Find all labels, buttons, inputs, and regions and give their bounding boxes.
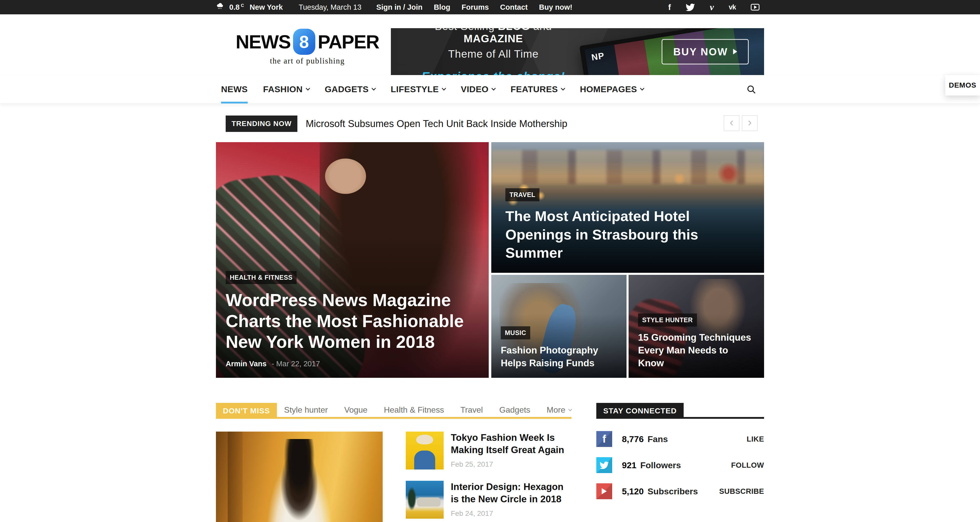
twitter-count: 921 (622, 460, 636, 470)
top-social-links: f v vk (668, 3, 764, 12)
chevron-down-icon (442, 86, 446, 91)
ad-screen-logo: NP (591, 51, 605, 62)
trending-now-label: TRENDING NOW (226, 116, 298, 132)
twitter-follow-button[interactable]: FOLLOW (731, 461, 764, 469)
dont-miss-article-list: Tokyo Fashion Week Is Making Itself Grea… (406, 431, 571, 522)
site-logo[interactable]: NEWS 8 PAPER the art of publishing (235, 29, 379, 65)
music-article-title[interactable]: Fashion Photography Helps Raising Funds (501, 344, 619, 369)
nav-item-fashion[interactable]: FASHION (263, 75, 309, 103)
chevron-down-icon (568, 407, 572, 411)
filter-more-dropdown[interactable]: More (547, 405, 571, 415)
article-thumbnail[interactable] (406, 431, 444, 469)
facebook-icon[interactable]: f (596, 431, 612, 447)
social-row-youtube: 5,120 Subscribers SUBSCRIBE (596, 483, 764, 499)
style-hunter-article-title[interactable]: 15 Grooming Techniques Every Man Needs t… (638, 331, 756, 369)
facebook-count: 8,776 (622, 434, 644, 444)
category-badge-style-hunter[interactable]: STYLE HUNTER (638, 314, 697, 326)
stay-connected-header: STAY CONNECTED (596, 403, 764, 419)
chevron-down-icon (640, 86, 644, 91)
chevron-left-icon: ‹ (730, 116, 733, 129)
style-hunter-article-card[interactable]: STYLE HUNTER 15 Grooming Techniques Ever… (628, 275, 764, 378)
top-menu: Sign in / Join Blog Forums Contact Buy n… (376, 3, 573, 11)
featured-article-card[interactable]: HEALTH & FITNESS WordPress News Magazine… (216, 142, 489, 378)
travel-article-title[interactable]: The Most Anticipated Hotel Openings in S… (505, 207, 751, 262)
twitter-icon[interactable] (596, 457, 612, 473)
dont-miss-header: DON'T MISS All Style hunter Vogue Health… (216, 403, 571, 419)
ad-copy: Best Selling BLOG and MAGAZINE Theme of … (411, 28, 575, 75)
nav-item-lifestyle[interactable]: LIFESTYLE (391, 75, 445, 103)
article-date: Feb 25, 2017 (451, 460, 571, 468)
demos-button[interactable]: DEMOS (945, 75, 980, 95)
logo-word-news: NEWS (235, 31, 291, 53)
weather-city: New York (250, 3, 283, 11)
top-menu-forums[interactable]: Forums (461, 3, 489, 11)
vimeo-icon[interactable]: v (710, 3, 714, 12)
main-navigation: NEWS FASHION GADGETS LIFESTYLE VIDEO FEA… (0, 75, 980, 104)
dont-miss-featured-article[interactable] (216, 431, 383, 522)
category-badge-health-fitness[interactable]: HEALTH & FITNESS (226, 271, 297, 284)
filter-vogue[interactable]: Vogue (344, 405, 368, 415)
chevron-down-icon (372, 86, 376, 91)
chevron-down-icon (561, 86, 565, 91)
trending-now-bar: TRENDING NOW Microsoft Subsumes Open Tec… (216, 116, 764, 132)
travel-article-card[interactable]: TRAVEL The Most Anticipated Hotel Openin… (491, 142, 764, 273)
filter-travel[interactable]: Travel (460, 405, 483, 415)
nav-item-gadgets[interactable]: GADGETS (325, 75, 375, 103)
top-bar: 0.8C New York Tuesday, March 13 Sign in … (0, 0, 980, 14)
featured-article-title[interactable]: WordPress News Magazine Charts the Most … (226, 290, 477, 352)
twitter-metric: Followers (640, 460, 681, 470)
facebook-metric: Fans (648, 434, 668, 444)
social-row-facebook: f 8,776 Fans LIKE (596, 431, 764, 447)
youtube-icon[interactable] (596, 483, 612, 499)
article-date: Feb 24, 2017 (451, 509, 571, 518)
current-date: Tuesday, March 13 (299, 3, 361, 11)
trending-next-button[interactable]: › (742, 115, 758, 131)
top-menu-blog[interactable]: Blog (434, 3, 450, 11)
dont-miss-filters: All Style hunter Vogue Health & Fitness … (259, 405, 571, 415)
music-article-card[interactable]: MUSIC Fashion Photography Helps Raising … (491, 275, 627, 378)
lower-section: DON'T MISS All Style hunter Vogue Health… (216, 403, 764, 522)
article-title-link[interactable]: Interior Design: Hexagon is the New Circ… (451, 481, 571, 505)
filter-health-fitness[interactable]: Health & Fitness (384, 405, 444, 415)
hero-grid: HEALTH & FITNESS WordPress News Magazine… (216, 142, 764, 378)
buy-now-button[interactable]: BUY NOW (662, 39, 749, 64)
youtube-count: 5,120 (622, 486, 644, 497)
weather-temp: 0.8C (229, 3, 244, 11)
facebook-like-button[interactable]: LIKE (747, 435, 764, 443)
category-badge-travel[interactable]: TRAVEL (505, 188, 539, 201)
stay-connected-widget: STAY CONNECTED f 8,776 Fans LIKE 921 Fol… (596, 403, 764, 522)
twitter-icon[interactable] (686, 3, 695, 11)
ad-banner[interactable]: NP Best Selling BLOG and MAGAZINE Theme … (391, 28, 764, 75)
article-title-link[interactable]: Tokyo Fashion Week Is Making Itself Grea… (451, 431, 571, 456)
author-link[interactable]: Armin Vans (226, 360, 267, 368)
dont-miss-featured-photo (216, 431, 383, 522)
featured-article-byline: Armin Vans - Mar 22, 2017 (226, 360, 477, 368)
search-button[interactable] (746, 75, 764, 103)
nav-item-news[interactable]: NEWS (221, 75, 248, 103)
nav-item-video[interactable]: VIDEO (461, 75, 495, 103)
site-header: NEWS 8 PAPER the art of publishing NP Be… (0, 14, 980, 75)
top-menu-buy-now[interactable]: Buy now! (539, 3, 573, 11)
youtube-icon[interactable] (751, 4, 759, 11)
ad-tagline: Experience the change! (411, 69, 575, 75)
chevron-right-icon: › (748, 116, 752, 129)
stay-connected-label: STAY CONNECTED (596, 403, 684, 419)
dont-miss-label: DON'T MISS (216, 403, 277, 419)
facebook-icon[interactable]: f (668, 3, 671, 11)
nav-item-features[interactable]: FEATURES (511, 75, 565, 103)
filter-style-hunter[interactable]: Style hunter (284, 405, 328, 415)
trending-prev-button[interactable]: ‹ (724, 115, 740, 131)
list-item[interactable]: Tokyo Fashion Week Is Making Itself Grea… (406, 431, 571, 469)
trending-headline-link[interactable]: Microsoft Subsumes Open Tech Unit Back I… (305, 118, 567, 129)
category-badge-music[interactable]: MUSIC (501, 326, 530, 339)
weather-widget: 0.8C New York (216, 2, 283, 13)
vk-icon[interactable]: vk (729, 4, 736, 11)
nav-item-homepages[interactable]: HOMEPAGES (580, 75, 644, 103)
top-menu-contact[interactable]: Contact (500, 3, 528, 11)
top-menu-sign-in[interactable]: Sign in / Join (376, 3, 422, 11)
list-item[interactable]: Interior Design: Hexagon is the New Circ… (406, 481, 571, 519)
article-thumbnail[interactable] (406, 481, 444, 519)
filter-gadgets[interactable]: Gadgets (499, 405, 530, 415)
buy-now-arrow-icon (733, 49, 737, 54)
youtube-subscribe-button[interactable]: SUBSCRIBE (719, 487, 764, 496)
